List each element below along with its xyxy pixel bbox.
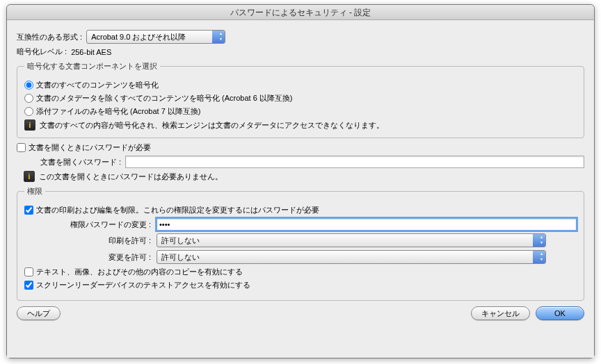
change-allow-label: 変更を許可 : <box>24 252 157 263</box>
components-group: 暗号化する文書コンポーネントを選択 文書のすべてのコンテンツを暗号化 文書のメタ… <box>17 61 584 138</box>
print-allow-label: 印刷を許可 : <box>24 235 157 246</box>
ok-button[interactable]: OK <box>536 306 584 320</box>
open-password-required-checkbox[interactable] <box>17 143 26 152</box>
enable-copy-checkbox[interactable] <box>24 267 33 276</box>
enable-copy-label[interactable]: テキスト、画像、およびその他の内容のコピーを有効にする <box>36 267 243 277</box>
encrypt-all-radio[interactable] <box>24 81 33 90</box>
encrypt-level-value: 256-bit AES <box>71 48 111 56</box>
change-allow-select[interactable]: 許可しない <box>157 250 546 264</box>
encrypt-except-meta-radio[interactable] <box>24 94 33 103</box>
help-button[interactable]: ヘルプ <box>17 306 61 320</box>
open-password-field <box>125 156 584 168</box>
components-legend: 暗号化する文書コンポーネントを選択 <box>24 61 160 72</box>
dialog-window: パスワードによるセキュリティ - 設定 互換性のある形式 : Acrobat 9… <box>6 4 595 358</box>
info-icon: i <box>24 119 35 131</box>
dialog-content: 互換性のある形式 : Acrobat 9.0 およびそれ以降 暗号化レベル : … <box>7 20 594 358</box>
permissions-group: 権限 文書の印刷および編集を制限。これらの権限設定を変更するにはパスワードが必要… <box>17 186 584 301</box>
compat-label: 互換性のある形式 : <box>17 32 82 42</box>
open-password-info: この文書を開くときにパスワードは必要ありません。 <box>39 172 223 182</box>
restrict-print-edit-label[interactable]: 文書の印刷および編集を制限。これらの権限設定を変更するにはパスワードが必要 <box>36 205 319 215</box>
permissions-legend: 権限 <box>24 186 45 197</box>
open-password-label: 文書を開くパスワード : <box>24 157 121 167</box>
perm-password-field[interactable] <box>157 218 577 231</box>
restrict-print-edit-checkbox[interactable] <box>24 206 33 215</box>
enable-screenreader-label[interactable]: スクリーンリーダーデバイスのテキストアクセスを有効にする <box>36 280 250 290</box>
info-icon: i <box>24 171 35 182</box>
perm-password-label: 権限パスワードの変更 : <box>24 220 157 230</box>
open-password-required-label[interactable]: 文書を開くときにパスワードが必要 <box>29 142 151 153</box>
dialog-title: パスワードによるセキュリティ - 設定 <box>7 5 594 20</box>
encrypt-attach-radio[interactable] <box>24 107 33 116</box>
encrypt-all-label[interactable]: 文書のすべてのコンテンツを暗号化 <box>36 80 159 90</box>
compat-select[interactable]: Acrobat 9.0 およびそれ以降 <box>86 30 225 44</box>
print-allow-select[interactable]: 許可しない <box>157 233 546 247</box>
cancel-button[interactable]: キャンセル <box>471 306 530 320</box>
encrypt-level-label: 暗号化レベル : <box>17 47 67 57</box>
enable-screenreader-checkbox[interactable] <box>24 281 33 290</box>
components-info-text: 文書のすべての内容が暗号化され、検索エンジンは文書のメタデータにアクセスできなく… <box>40 120 384 131</box>
encrypt-except-meta-label[interactable]: 文書のメタデータを除くすべてのコンテンツを暗号化 (Acrobat 6 以降互換… <box>36 93 293 104</box>
encrypt-attach-label[interactable]: 添付ファイルのみを暗号化 (Acrobat 7 以降互換) <box>36 106 201 117</box>
